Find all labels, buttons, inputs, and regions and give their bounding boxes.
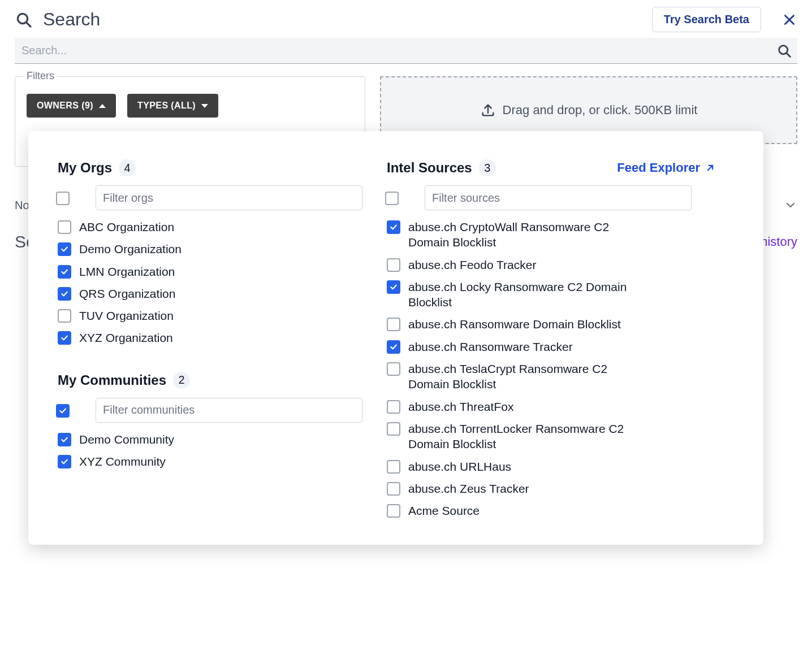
my-orgs-title: My Orgs bbox=[58, 160, 112, 176]
page-title: Search bbox=[43, 9, 100, 30]
list-item-label[interactable]: abuse.ch Zeus Tracker bbox=[408, 481, 529, 496]
checkbox[interactable] bbox=[58, 433, 71, 446]
owners-filter-label: OWNERS (9) bbox=[37, 101, 93, 111]
orgs-list: ABC OrganizationDemo OrganizationLMN Org… bbox=[58, 216, 387, 349]
list-item: abuse.ch TorrentLocker Ransomware C2 Dom… bbox=[387, 418, 716, 455]
list-item: XYZ Community bbox=[58, 450, 387, 472]
list-item-label[interactable]: abuse.ch Ransomware Domain Blocklist bbox=[408, 316, 621, 332]
list-item: abuse.ch Ransomware Tracker bbox=[387, 336, 716, 358]
sources-select-all-checkbox[interactable] bbox=[385, 192, 399, 205]
list-item: abuse.ch Zeus Tracker bbox=[387, 478, 716, 500]
owners-dropdown-panel: My Orgs 4 ABC OrganizationDemo Organizat… bbox=[28, 131, 763, 545]
my-communities-count: 2 bbox=[173, 372, 190, 389]
list-item-label[interactable]: XYZ Community bbox=[79, 454, 166, 469]
list-item-label[interactable]: TUV Organization bbox=[79, 308, 174, 323]
list-item-label[interactable]: QRS Organization bbox=[79, 286, 175, 301]
orgs-select-all-checkbox[interactable] bbox=[56, 192, 70, 205]
intel-sources-count: 3 bbox=[479, 159, 496, 176]
types-filter-label: TYPES (ALL) bbox=[137, 101, 196, 111]
my-communities-title: My Communities bbox=[58, 372, 166, 388]
filters-legend: Filters bbox=[23, 70, 58, 82]
checkbox[interactable] bbox=[58, 287, 71, 301]
checkbox[interactable] bbox=[387, 280, 400, 294]
close-button[interactable] bbox=[781, 12, 797, 28]
list-item: XYZ Organization bbox=[58, 327, 387, 349]
list-item-label[interactable]: Acme Source bbox=[408, 503, 480, 518]
checkbox[interactable] bbox=[387, 220, 400, 234]
communities-select-all-checkbox[interactable] bbox=[56, 404, 70, 418]
list-item: ABC Organization bbox=[58, 216, 387, 238]
my-orgs-count: 4 bbox=[119, 159, 136, 176]
search-icon bbox=[776, 43, 792, 59]
list-item: abuse.ch Feodo Tracker bbox=[387, 254, 716, 276]
no-results-fragment: No bbox=[15, 199, 29, 212]
list-item: abuse.ch ThreatFox bbox=[387, 396, 716, 418]
history-link[interactable]: history bbox=[761, 235, 797, 249]
upload-icon bbox=[480, 102, 496, 118]
caret-down-icon bbox=[201, 104, 208, 108]
checkbox[interactable] bbox=[58, 220, 71, 234]
intel-sources-title: Intel Sources bbox=[387, 160, 472, 176]
caret-up-icon bbox=[99, 104, 106, 108]
list-item-label[interactable]: abuse.ch ThreatFox bbox=[408, 399, 513, 414]
list-item-label[interactable]: LMN Organization bbox=[79, 264, 175, 279]
list-item: abuse.ch Ransomware Domain Blocklist bbox=[387, 313, 716, 335]
dropzone-text: Drag and drop, or click. 500KB limit bbox=[503, 103, 698, 118]
types-filter-button[interactable]: TYPES (ALL) bbox=[127, 94, 218, 118]
search-input[interactable] bbox=[15, 38, 797, 64]
list-item: abuse.ch CryptoWall Ransomware C2 Domain… bbox=[387, 216, 716, 254]
checkbox[interactable] bbox=[58, 331, 71, 345]
checkbox[interactable] bbox=[387, 340, 400, 354]
list-item: QRS Organization bbox=[58, 283, 387, 305]
list-item: Acme Source bbox=[387, 500, 716, 521]
checkbox[interactable] bbox=[58, 265, 71, 279]
communities-list: Demo CommunityXYZ Community bbox=[58, 428, 387, 473]
sources-list: abuse.ch CryptoWall Ransomware C2 Domain… bbox=[387, 216, 716, 521]
close-icon bbox=[782, 12, 797, 27]
list-item-label[interactable]: XYZ Organization bbox=[79, 330, 173, 345]
list-item-label[interactable]: abuse.ch Locky Ransomware C2 Domain Bloc… bbox=[408, 279, 651, 310]
list-item-label[interactable]: abuse.ch CryptoWall Ransomware C2 Domain… bbox=[408, 219, 651, 250]
list-item-label[interactable]: abuse.ch TorrentLocker Ransomware C2 Dom… bbox=[408, 421, 651, 452]
checkbox[interactable] bbox=[387, 460, 400, 474]
filter-communities-input[interactable] bbox=[96, 398, 362, 423]
checkbox[interactable] bbox=[387, 504, 400, 518]
checkbox[interactable] bbox=[58, 455, 71, 468]
list-item-label[interactable]: abuse.ch Feodo Tracker bbox=[408, 257, 536, 272]
checkbox[interactable] bbox=[387, 258, 400, 272]
checkbox[interactable] bbox=[58, 242, 71, 256]
checkbox[interactable] bbox=[58, 309, 71, 323]
owners-filter-button[interactable]: OWNERS (9) bbox=[27, 94, 116, 118]
svg-line-3 bbox=[787, 53, 790, 57]
list-item-label[interactable]: abuse.ch URLHaus bbox=[408, 459, 511, 474]
list-item: TUV Organization bbox=[58, 305, 387, 327]
search-button[interactable] bbox=[771, 38, 797, 64]
filter-sources-input[interactable] bbox=[425, 185, 692, 210]
try-search-beta-button[interactable]: Try Search Beta bbox=[652, 7, 761, 32]
list-item-label[interactable]: Demo Community bbox=[79, 432, 174, 447]
checkbox[interactable] bbox=[387, 422, 400, 436]
list-item-label[interactable]: Demo Organization bbox=[79, 241, 182, 257]
list-item: Demo Organization bbox=[58, 238, 387, 260]
list-item: abuse.ch TeslaCrypt Ransomware C2 Domain… bbox=[387, 358, 716, 396]
list-item: Demo Community bbox=[58, 428, 387, 450]
search-icon bbox=[15, 11, 33, 29]
list-item-label[interactable]: ABC Organization bbox=[79, 219, 174, 235]
list-item: abuse.ch URLHaus bbox=[387, 455, 716, 478]
checkbox[interactable] bbox=[387, 318, 400, 331]
list-item-label[interactable]: abuse.ch TeslaCrypt Ransomware C2 Domain… bbox=[408, 361, 651, 392]
chevron-down-icon[interactable] bbox=[784, 198, 797, 212]
svg-line-1 bbox=[27, 23, 31, 27]
list-item: abuse.ch Locky Ransomware C2 Domain Bloc… bbox=[387, 276, 716, 314]
list-item-label[interactable]: abuse.ch Ransomware Tracker bbox=[408, 339, 573, 354]
feed-explorer-label: Feed Explorer bbox=[617, 160, 700, 175]
checkbox[interactable] bbox=[387, 400, 400, 414]
checkbox[interactable] bbox=[387, 362, 400, 376]
checkbox[interactable] bbox=[387, 482, 400, 496]
list-item: LMN Organization bbox=[58, 261, 387, 283]
external-link-icon bbox=[705, 162, 716, 173]
feed-explorer-link[interactable]: Feed Explorer bbox=[617, 160, 716, 175]
filter-orgs-input[interactable] bbox=[96, 185, 362, 210]
